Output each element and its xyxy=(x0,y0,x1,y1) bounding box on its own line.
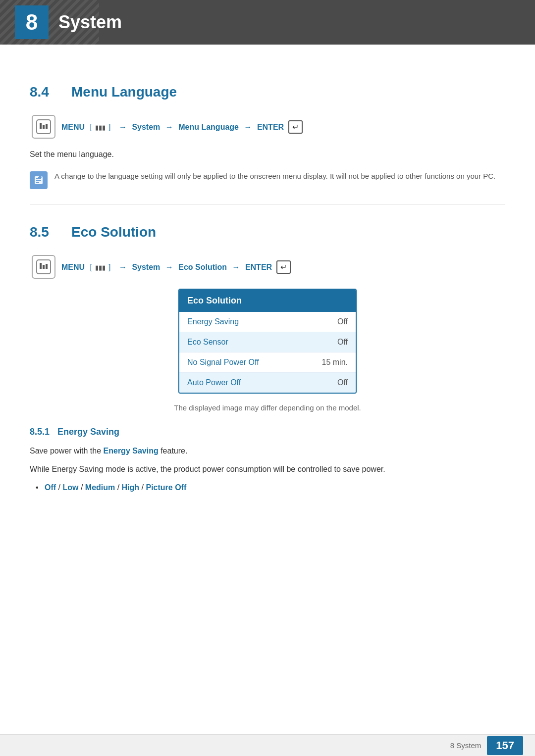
section-85-title: Eco Solution xyxy=(71,224,156,240)
energy-saving-para1: Save power with the Energy Saving featur… xyxy=(30,444,505,457)
subsection-851-title: Energy Saving xyxy=(57,427,119,437)
no-signal-value: 15 min. xyxy=(322,358,348,367)
auto-power-value: Off xyxy=(337,378,348,387)
subsection-851-number: 8.5.1 xyxy=(30,427,50,437)
note-icon xyxy=(30,171,48,189)
section-84-note: A change to the language setting will on… xyxy=(30,170,505,189)
svg-rect-12 xyxy=(46,264,48,269)
section-84-nav: MENU [▮▮▮] → System → Menu Language → EN… xyxy=(30,115,505,139)
section-84-note-text: A change to the language setting will on… xyxy=(54,170,495,182)
section-85-nav: MENU [▮▮▮] → System → Eco Solution → ENT… xyxy=(30,255,505,279)
eco-sensor-value: Off xyxy=(337,338,348,347)
main-content: 8.4 Menu Language MENU [▮▮▮] → System → … xyxy=(0,45,535,534)
section-84-description: Set the menu language. xyxy=(30,149,505,160)
eco-menu-header: Eco Solution xyxy=(179,290,356,312)
nav-enter-label: ENTER xyxy=(257,123,284,131)
energy-saving-options: Off / Low / Medium / High / Picture Off xyxy=(30,481,505,494)
section-84-number: 8.4 xyxy=(30,84,59,100)
chapter-number-box: 8 xyxy=(15,5,49,39)
svg-rect-2 xyxy=(43,125,45,129)
section-85-number: 8.5 xyxy=(30,224,59,240)
subsection-851-heading: 8.5.1 Energy Saving xyxy=(30,427,505,437)
section-85-heading: 8.5 Eco Solution xyxy=(30,224,505,240)
chapter-number: 8 xyxy=(26,10,38,35)
energy-saving-para2: While Energy Saving mode is active, the … xyxy=(30,462,505,476)
page-footer: 8 System 157 xyxy=(0,734,535,756)
divider-84-85 xyxy=(30,204,505,204)
energy-saving-label: Energy Saving xyxy=(187,317,239,326)
nav-system-label: System xyxy=(132,123,160,131)
eco-menu-disclaimer: The displayed image may differ depending… xyxy=(30,403,505,412)
eco-menu-box: Eco Solution Energy Saving Off Eco Senso… xyxy=(178,289,357,394)
nav-system-label-85: System xyxy=(132,263,160,271)
menu-icon-85 xyxy=(32,255,55,279)
svg-rect-1 xyxy=(40,123,42,129)
opt-high: High xyxy=(122,483,140,492)
footer-section-label: 8 System xyxy=(450,741,482,750)
svg-rect-10 xyxy=(40,263,42,269)
nav-eco-solution-label: Eco Solution xyxy=(178,263,227,271)
eco-menu-energy-saving[interactable]: Energy Saving Off xyxy=(179,312,356,332)
section-84-heading: 8.4 Menu Language xyxy=(30,84,505,100)
eco-sensor-label: Eco Sensor xyxy=(187,338,228,347)
enter-icon-85: ↵ xyxy=(276,260,291,274)
eco-menu-no-signal[interactable]: No Signal Power Off 15 min. xyxy=(179,353,356,373)
nav-menu-label-85: MENU xyxy=(61,263,85,271)
no-signal-label: No Signal Power Off xyxy=(187,358,259,367)
section-85-nav-text: MENU [▮▮▮] → System → Eco Solution → ENT… xyxy=(61,260,291,274)
energy-saving-value: Off xyxy=(337,317,348,326)
chapter-title: System xyxy=(58,12,122,33)
svg-rect-11 xyxy=(43,265,45,269)
opt-off: Off xyxy=(45,483,56,492)
opt-medium: Medium xyxy=(85,483,115,492)
menu-icon xyxy=(32,115,55,139)
nav-menu-language-label: Menu Language xyxy=(178,123,239,131)
energy-saving-options-item: Off / Low / Medium / High / Picture Off xyxy=(45,481,505,494)
nav-menu-label: MENU xyxy=(61,123,85,131)
section-84-title: Menu Language xyxy=(71,84,177,100)
eco-menu-container: Eco Solution Energy Saving Off Eco Senso… xyxy=(30,289,505,394)
eco-menu-auto-power[interactable]: Auto Power Off Off xyxy=(179,373,356,393)
nav-enter-label-85: ENTER xyxy=(245,263,272,271)
footer-page-number: 157 xyxy=(487,736,523,755)
energy-saving-highlight: Energy Saving xyxy=(104,447,159,455)
opt-low: Low xyxy=(62,483,78,492)
auto-power-label: Auto Power Off xyxy=(187,378,241,387)
page-header: 8 System xyxy=(0,0,535,45)
svg-rect-3 xyxy=(46,124,48,129)
section-84-nav-text: MENU [▮▮▮] → System → Menu Language → EN… xyxy=(61,120,303,134)
eco-menu-eco-sensor[interactable]: Eco Sensor Off xyxy=(179,332,356,353)
opt-picture-off: Picture Off xyxy=(146,483,186,492)
enter-icon: ↵ xyxy=(288,120,303,134)
